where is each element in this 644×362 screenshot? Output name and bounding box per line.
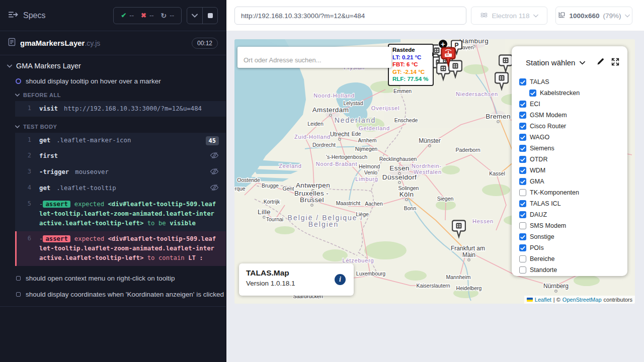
gma-marker-icon[interactable] xyxy=(441,47,456,70)
checkbox-checked-icon[interactable] xyxy=(519,112,526,119)
station-item-standorte[interactable]: Standorte xyxy=(519,266,627,274)
station-item-talas[interactable]: TALAS xyxy=(519,78,627,86)
station-item-label: POIs xyxy=(530,244,544,251)
tooltip-title: Rastede xyxy=(392,46,429,54)
chevron-down-icon xyxy=(625,14,630,18)
test-body-header[interactable]: TEST BODY xyxy=(15,124,226,130)
cypress-reporter: Specs ✔-- ✖-- ↻-- gmaMarkersLayer.cy.js … xyxy=(0,0,226,362)
station-panel: Station wählen TALASKabelstreckenECIGSM … xyxy=(512,46,627,276)
checkbox-checked-icon[interactable] xyxy=(519,101,526,108)
command-row[interactable]: 3 -triggermouseover xyxy=(15,164,226,180)
specs-menu-icon[interactable] xyxy=(8,11,18,21)
station-item-cisco-router[interactable]: Cisco Router xyxy=(519,122,627,130)
checkbox-checked-icon[interactable] xyxy=(519,156,526,163)
station-item-kabelstrecken[interactable]: Kabelstrecken xyxy=(529,89,627,97)
assert-failed-row[interactable]: 6 -assertexpected <div#leaflet-tooltip-5… xyxy=(15,231,226,266)
browser-select[interactable]: Electron 118 xyxy=(471,7,547,25)
map-attribution: Leaflet | © OpenStreetMap contributors xyxy=(524,296,635,304)
tooltip-row: LT: 0.21 °C xyxy=(392,54,429,61)
station-item-label: GMA xyxy=(530,178,544,185)
station-item-dauz[interactable]: DAUZ xyxy=(519,211,627,219)
station-item-wago[interactable]: WAGO xyxy=(519,133,627,141)
assert-badge: assert xyxy=(43,201,70,208)
station-item-otdr[interactable]: OTDR xyxy=(519,155,627,163)
assert-passed-row[interactable]: 5 -assertexpected <div#leaflet-tooltip-5… xyxy=(15,197,226,231)
map-label: Paderborn xyxy=(455,147,480,153)
active-test-row[interactable]: should display tooltip on hover over a m… xyxy=(16,77,226,85)
panel-title[interactable]: Station wählen xyxy=(526,58,575,67)
checkbox-checked-icon[interactable] xyxy=(519,134,526,141)
spec-file-icon xyxy=(8,38,16,48)
expand-icon[interactable] xyxy=(611,58,619,68)
chevron-down-icon[interactable] xyxy=(580,61,585,65)
leaflet-tooltip[interactable]: Rastede LT: 0.21 °CFBT: 6 °CGT: -2.14 °C… xyxy=(388,44,434,86)
station-item-gsm-modem[interactable]: GSM Modem xyxy=(519,111,627,119)
map-label: Hessen xyxy=(472,218,494,224)
map-label: Heidelberg xyxy=(456,285,482,291)
station-item-bereiche[interactable]: Bereiche xyxy=(519,255,627,263)
station-item-sonstige[interactable]: Sonstige xyxy=(519,233,627,241)
edit-pencil-icon[interactable] xyxy=(596,57,605,68)
pending-test-row[interactable]: should open context menu on right-click … xyxy=(16,275,226,282)
checkbox-checked-icon[interactable] xyxy=(529,89,536,97)
command-row[interactable]: 4 get.leaflet-tooltip xyxy=(15,180,226,197)
map-label: Bremen xyxy=(486,113,511,120)
command-row[interactable]: 2 first xyxy=(15,148,226,164)
command-args: http://192.168.10.33:3000/?m=12&u=484 xyxy=(64,105,202,112)
url-input[interactable] xyxy=(234,7,466,25)
checkbox-checked-icon[interactable] xyxy=(519,167,526,174)
assert-badge: assert xyxy=(43,235,70,242)
map-label: Liège xyxy=(356,211,369,217)
stop-button[interactable] xyxy=(202,8,217,24)
checkbox-checked-icon[interactable] xyxy=(519,178,526,185)
spec-file-row[interactable]: gmaMarkersLayer.cy.js 00:12 xyxy=(0,31,226,55)
map-label: Zeeland xyxy=(279,163,301,169)
station-item-gma[interactable]: GMA xyxy=(519,177,627,186)
map-label: Antwerpen xyxy=(296,182,330,189)
stat-failed: ✖-- xyxy=(141,12,154,19)
map-label: Lëtzebuerg xyxy=(342,257,374,263)
search-input[interactable] xyxy=(237,47,391,68)
checkbox-unchecked-icon[interactable] xyxy=(519,255,526,262)
leaflet-link[interactable]: Leaflet xyxy=(535,297,551,303)
map-label: Brugge xyxy=(262,183,279,189)
passed-check-icon: ✔ xyxy=(121,12,126,19)
before-all-header[interactable]: BEFORE ALL xyxy=(15,92,226,98)
checkbox-checked-icon[interactable] xyxy=(519,123,526,130)
checkbox-checked-icon[interactable] xyxy=(519,233,526,240)
checkbox-unchecked-icon[interactable] xyxy=(519,266,526,274)
checkbox-checked-icon[interactable] xyxy=(519,145,526,152)
checkbox-checked-icon[interactable] xyxy=(519,200,526,207)
viewport-select[interactable]: 1000x660 (79%) xyxy=(555,7,632,25)
map-label: Main xyxy=(462,251,475,258)
checkbox-checked-icon[interactable] xyxy=(519,78,526,85)
command-row[interactable]: 1 get.leaflet-marker-icon 45 xyxy=(15,133,226,148)
checkbox-unchecked-icon[interactable] xyxy=(519,189,526,196)
station-item-pois[interactable]: POIs xyxy=(519,244,627,252)
station-item-siemens[interactable]: Siemens xyxy=(519,144,627,152)
station-item-label: Siemens xyxy=(530,145,554,152)
run-controls xyxy=(187,7,218,24)
suite-row[interactable]: GMA Markers Layer xyxy=(7,62,226,70)
pending-test-row[interactable]: should display coordinates when 'Koordin… xyxy=(16,291,226,298)
station-item-tk-komponenten[interactable]: TK-Komponenten xyxy=(519,189,627,197)
info-icon[interactable]: i xyxy=(335,274,346,285)
station-item-sms-modem[interactable]: SMS Modem xyxy=(519,222,627,230)
station-item-eci[interactable]: ECI xyxy=(519,100,627,108)
station-item-talas-icl[interactable]: TALAS ICL xyxy=(519,200,627,208)
map-label: 's-Hertogenbosch xyxy=(326,154,367,160)
command-row[interactable]: 1 visithttp://192.168.10.33:3000/?m=12&u… xyxy=(15,101,226,117)
station-item-wdm[interactable]: WDM xyxy=(519,166,627,174)
specs-title[interactable]: Specs xyxy=(23,11,45,20)
collapse-chevron-icon[interactable] xyxy=(187,8,202,24)
checkbox-checked-icon[interactable] xyxy=(519,211,526,218)
checkbox-checked-icon[interactable] xyxy=(519,244,526,251)
osm-link[interactable]: OpenStreetMap xyxy=(562,297,602,303)
map-label: Brussel xyxy=(300,196,324,204)
station-marker-icon[interactable] xyxy=(495,72,509,93)
map-label: Niedersachsen xyxy=(456,91,498,97)
station-marker-icon[interactable] xyxy=(452,220,466,241)
leaflet-map[interactable]: HamburgBremerhavenBremenNiedersachsenEmm… xyxy=(234,39,635,304)
checkbox-unchecked-icon[interactable] xyxy=(519,222,526,229)
map-label: Zuid-Holland xyxy=(294,134,331,140)
